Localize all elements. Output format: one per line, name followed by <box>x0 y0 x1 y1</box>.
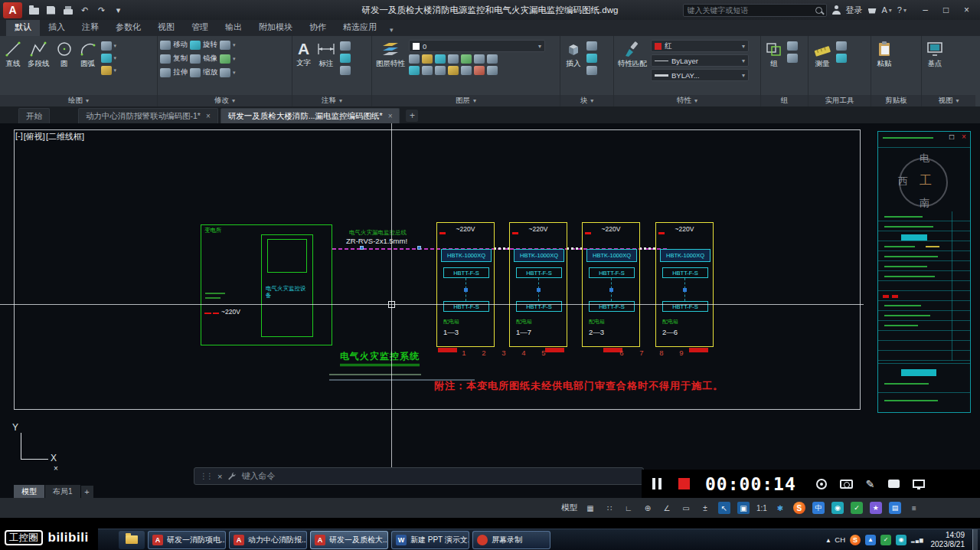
group-edit-icon[interactable] <box>787 54 798 63</box>
layer-copy-icon[interactable] <box>487 66 498 75</box>
properties-panel-label[interactable]: 特性 ▾ <box>614 95 760 106</box>
clipboard-panel-label[interactable]: 剪贴板 <box>871 95 921 106</box>
layer-properties-button[interactable]: 图层特性 <box>374 38 407 95</box>
polar-toggle-icon[interactable]: ⊕ <box>642 502 654 514</box>
ribbon-tab-insert[interactable]: 插入 <box>40 19 74 36</box>
model-space-button[interactable]: 模型 <box>561 503 577 513</box>
rotate-icon[interactable] <box>190 41 201 50</box>
drag-handle-icon[interactable]: ⋮⋮ <box>200 472 212 480</box>
new-file-icon[interactable] <box>27 4 41 17</box>
insert-block-button[interactable]: 插入 <box>563 38 584 95</box>
layer-thaw-icon[interactable] <box>422 66 433 75</box>
ribbon-tab-annotate[interactable]: 注释 <box>74 19 107 36</box>
grid-toggle-icon[interactable]: ▦ <box>584 502 596 514</box>
chevron-down-icon[interactable]: ▾ <box>233 42 236 48</box>
gear-icon[interactable]: ✱ <box>774 502 786 514</box>
hidden-icons-button[interactable]: ▴ <box>827 535 831 544</box>
ribbon-tab-addins[interactable]: 附加模块 <box>250 19 301 36</box>
ime-voice-icon[interactable]: ◉ <box>831 502 844 514</box>
save-icon[interactable] <box>44 4 58 17</box>
undo-button[interactable]: ↶ <box>77 4 92 17</box>
layer-off-icon[interactable] <box>409 54 420 64</box>
chevron-down-icon[interactable]: ▾ <box>233 70 236 76</box>
file-tab-start[interactable]: 开始 <box>18 108 50 123</box>
osnap-toggle-icon[interactable]: ∠ <box>661 502 673 514</box>
close-icon[interactable]: × <box>217 472 222 481</box>
annotation-scale-button[interactable]: 1:1 <box>756 504 767 512</box>
layer-unlock-icon[interactable] <box>435 66 446 75</box>
search-input[interactable] <box>688 6 812 15</box>
groups-panel-label[interactable]: 组 <box>761 95 808 106</box>
login-button[interactable]: 登录 <box>846 5 863 16</box>
modify-panel-label[interactable]: 修改 ▾ <box>158 95 292 106</box>
autocad-logo-icon[interactable]: A <box>3 2 22 18</box>
pause-button[interactable] <box>652 478 662 489</box>
layer-merge-icon[interactable] <box>461 66 472 75</box>
line-button[interactable]: 直线 <box>2 38 24 95</box>
move-icon[interactable] <box>160 41 171 50</box>
layer-delete-icon[interactable] <box>474 66 485 75</box>
trim-icon[interactable] <box>220 41 230 50</box>
language-indicator[interactable]: CH <box>835 535 845 544</box>
layer-state-icon[interactable] <box>448 66 459 75</box>
arc-button[interactable]: 圆弧 <box>77 38 99 95</box>
chevron-down-icon[interactable]: ▾ <box>114 55 117 61</box>
copy-icon[interactable] <box>160 54 171 64</box>
draw-panel-label[interactable]: 绘图 ▾ <box>0 95 157 106</box>
selection-cycling-icon[interactable]: ▣ <box>737 502 750 514</box>
command-input[interactable]: 键入命令 <box>241 470 275 482</box>
group-button[interactable]: 组 <box>763 38 785 95</box>
new-drawing-tab-button[interactable]: + <box>406 110 418 122</box>
array-icon[interactable] <box>220 68 230 77</box>
ortho-toggle-icon[interactable]: ∟ <box>622 502 635 514</box>
taskbar-item-2[interactable]: A 动力中心消防报... <box>229 531 307 549</box>
close-icon[interactable]: × <box>388 112 393 120</box>
scale-icon[interactable] <box>190 68 201 77</box>
visual-style-button[interactable]: [二维线框] <box>46 131 84 142</box>
network-icon[interactable]: ▂▄▆ <box>911 537 923 542</box>
annotate-panel-label[interactable]: 注释 ▾ <box>292 95 371 106</box>
move-label[interactable]: 移动 <box>173 40 188 50</box>
security-shield-icon[interactable]: ✓ <box>880 535 891 545</box>
user-icon[interactable] <box>832 5 841 15</box>
show-desktop-button[interactable] <box>972 529 978 550</box>
monitor-icon[interactable] <box>913 480 925 488</box>
file-tab-2-active[interactable]: 研发一及质检大楼消防...漏电监控编码图纸* × <box>220 108 400 123</box>
text-button[interactable]: A 文字 <box>295 38 312 95</box>
fillet-icon[interactable] <box>220 54 230 64</box>
new-layout-button[interactable]: + <box>81 486 93 498</box>
block-panel-label[interactable]: 块 ▾ <box>560 95 613 106</box>
redo-button[interactable]: ↷ <box>94 4 109 17</box>
mirror-icon[interactable] <box>190 54 201 64</box>
ribbon-tab-manage[interactable]: 管理 <box>183 19 217 36</box>
dynamic-input-icon[interactable]: ± <box>699 502 711 514</box>
camera-icon[interactable] <box>840 480 853 489</box>
chevron-down-icon[interactable]: ▾ <box>114 43 117 49</box>
taskbar-item-1[interactable]: A 研发一消防项电... <box>148 531 226 549</box>
hatch-icon[interactable] <box>101 66 112 75</box>
taskbar-item-3[interactable]: A 研发一及质检大... <box>310 531 388 549</box>
close-icon[interactable]: × <box>206 112 211 120</box>
wrench-icon[interactable] <box>227 472 236 480</box>
dimension-button[interactable]: 标注 <box>315 38 338 95</box>
ribbon-tab-caret-icon[interactable]: ▾ <box>385 24 398 36</box>
ribbon-tab-collaborate[interactable]: 协作 <box>301 19 335 36</box>
define-attribute-icon[interactable] <box>586 66 597 75</box>
layout1-tab[interactable]: 布局1 <box>45 485 80 498</box>
layer-on-icon[interactable] <box>409 66 420 75</box>
print-icon[interactable] <box>60 4 75 17</box>
ungroup-icon[interactable] <box>787 41 798 51</box>
chevron-down-icon[interactable]: ▾ <box>114 67 117 74</box>
ribbon-tab-default[interactable]: 默认 <box>6 19 40 36</box>
qat-caret-icon[interactable]: ▾ <box>111 4 126 17</box>
scale-label[interactable]: 缩放 <box>203 67 217 77</box>
tray-app-icon[interactable]: ◉ <box>896 535 906 545</box>
ribbon-tab-featured[interactable]: 精选应用 <box>335 19 385 36</box>
view-panel-label[interactable]: 视图 ▾ <box>922 95 975 106</box>
id-point-icon[interactable] <box>836 54 847 63</box>
customize-menu-icon[interactable]: ≡ <box>908 502 920 514</box>
viewport-restore-icon[interactable]: □ <box>949 133 954 141</box>
pencil-icon[interactable]: ✎ <box>866 479 875 489</box>
layers-panel-label[interactable]: 图层 ▾ <box>372 95 560 106</box>
app-store-icon[interactable] <box>868 8 877 14</box>
